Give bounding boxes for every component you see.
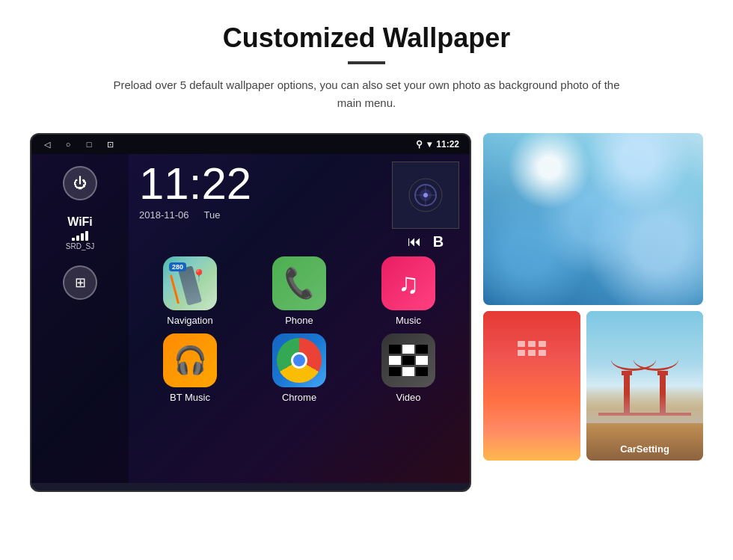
content-area: ◁ ○ □ ⊡ ⚲ ▾ 11:22 ⏻ WiFi — [30, 133, 703, 492]
video-stripe-1 — [389, 345, 401, 376]
building-shape — [483, 311, 580, 461]
video-piece-5 — [402, 356, 414, 365]
android-device: ◁ ○ □ ⊡ ⚲ ▾ 11:22 ⏻ WiFi — [30, 133, 471, 492]
video-piece-8 — [416, 356, 428, 365]
bt-music-label: BT Music — [170, 392, 210, 403]
wifi-bar-1 — [72, 238, 75, 241]
window-6 — [539, 350, 546, 356]
wifi-ssid: SRD_SJ — [66, 242, 94, 250]
main-content: 11:22 2018-11-06 Tue — [129, 154, 470, 483]
video-piece-1 — [389, 345, 401, 354]
media-prev-icon[interactable]: ⏮ — [408, 234, 421, 250]
app-grid: 280 📍 Navigation 📞 Phone — [139, 256, 459, 403]
svg-point-5 — [423, 193, 428, 197]
window-2 — [528, 341, 536, 347]
screenshot-nav-icon[interactable]: ⊡ — [105, 139, 115, 150]
music-note-icon: ♫ — [398, 268, 420, 300]
clock-area: 11:22 2018-11-06 Tue — [139, 161, 459, 250]
app-item-phone[interactable]: 📞 Phone — [248, 256, 350, 326]
media-icon-svg — [407, 176, 444, 214]
app-item-chrome[interactable]: Chrome — [248, 333, 350, 403]
wifi-bar-2 — [76, 236, 79, 241]
status-bar: ◁ ○ □ ⊡ ⚲ ▾ 11:22 — [31, 135, 470, 154]
window-5 — [528, 350, 536, 356]
fog-overlay — [586, 393, 703, 423]
clock-day-value: Tue — [204, 209, 221, 221]
app-item-music[interactable]: ♫ Music — [358, 256, 459, 326]
nav-badge: 280 — [169, 262, 186, 271]
video-icon-inner — [389, 345, 428, 376]
screen-body: ⏻ WiFi SRD_SJ ⊞ — [31, 154, 470, 483]
video-piece-3 — [389, 367, 401, 376]
wallpaper-bottom-row: CarSetting — [483, 311, 703, 461]
wallpaper-previews: CarSetting — [483, 133, 703, 461]
phone-icon: 📞 — [272, 256, 326, 310]
building-windows — [518, 341, 546, 356]
video-piece-2 — [389, 356, 401, 365]
music-icon: ♫ — [381, 256, 435, 310]
navigation-icon: 280 📍 — [163, 256, 217, 310]
clock-block: 11:22 2018-11-06 Tue — [139, 161, 251, 221]
chrome-icon — [272, 333, 326, 387]
back-nav-icon[interactable]: ◁ — [42, 139, 52, 150]
phone-icon-symbol: 📞 — [280, 265, 319, 301]
wifi-bar-4 — [85, 231, 88, 241]
bt-music-icon: 🎧 — [163, 333, 217, 387]
window-3 — [539, 341, 546, 347]
video-icon — [381, 333, 435, 387]
navigation-label: Navigation — [167, 315, 212, 326]
chrome-center-circle — [291, 352, 307, 369]
media-controls: ⏮ B — [408, 233, 444, 250]
clock-date: 2018-11-06 Tue — [139, 209, 220, 221]
page-wrapper: Customized Wallpaper Preload over 5 defa… — [0, 0, 733, 507]
media-widget: ⏮ B — [392, 161, 459, 250]
wifi-label: WiFi — [67, 215, 93, 229]
nav-pin-icon: 📍 — [191, 268, 206, 283]
home-nav-icon[interactable]: ○ — [63, 139, 73, 150]
phone-label: Phone — [285, 315, 313, 326]
page-title: Customized Wallpaper — [30, 22, 703, 54]
status-bar-left: ◁ ○ □ ⊡ — [42, 139, 115, 150]
media-icon-box — [392, 161, 459, 229]
video-stripe-2 — [402, 345, 414, 376]
wallpaper-bottom-left[interactable] — [483, 311, 580, 461]
video-piece-4 — [402, 345, 414, 354]
video-piece-7 — [416, 345, 428, 354]
title-divider — [348, 61, 385, 64]
video-piece-9 — [416, 367, 428, 376]
page-subtitle: Preload over 5 default wallpaper options… — [105, 76, 628, 112]
bluetooth-icon: 🎧 — [174, 345, 207, 376]
clock-time: 11:22 — [139, 161, 251, 206]
ice-texture — [483, 133, 703, 305]
wallpaper-top[interactable] — [483, 133, 703, 305]
video-piece-6 — [402, 367, 414, 376]
window-1 — [518, 341, 525, 347]
music-label: Music — [396, 315, 421, 326]
window-4 — [518, 350, 525, 356]
clock-date-value: 2018-11-06 — [139, 209, 189, 221]
power-button[interactable]: ⏻ — [63, 166, 97, 200]
wifi-signal-bars — [72, 230, 88, 241]
nav-route-line — [170, 274, 180, 304]
sidebar: ⏻ WiFi SRD_SJ ⊞ — [31, 154, 129, 483]
wallpaper-bottom-right[interactable]: CarSetting — [586, 311, 703, 461]
app-item-bt-music[interactable]: 🎧 BT Music — [139, 333, 241, 403]
status-bar-right: ⚲ ▾ 11:22 — [416, 139, 459, 150]
media-letter-b: B — [433, 233, 444, 250]
chrome-icon-inner — [277, 338, 322, 383]
video-stripe-3 — [416, 345, 428, 376]
bridge-cable-right — [634, 348, 678, 371]
app-item-navigation[interactable]: 280 📍 Navigation — [139, 256, 241, 326]
bridge-scene: CarSetting — [586, 311, 703, 461]
location-icon: ⚲ — [416, 139, 423, 150]
video-label: Video — [396, 392, 420, 403]
wifi-widget: WiFi SRD_SJ — [66, 215, 94, 250]
status-time: 11:22 — [436, 139, 459, 150]
wifi-bar-3 — [81, 233, 84, 241]
app-item-video[interactable]: Video — [358, 333, 459, 403]
apps-grid-button[interactable]: ⊞ — [63, 265, 97, 300]
carsetting-label: CarSetting — [620, 443, 669, 455]
chrome-label: Chrome — [282, 392, 316, 403]
wifi-status-icon: ▾ — [427, 139, 432, 150]
recent-nav-icon[interactable]: □ — [84, 139, 94, 150]
